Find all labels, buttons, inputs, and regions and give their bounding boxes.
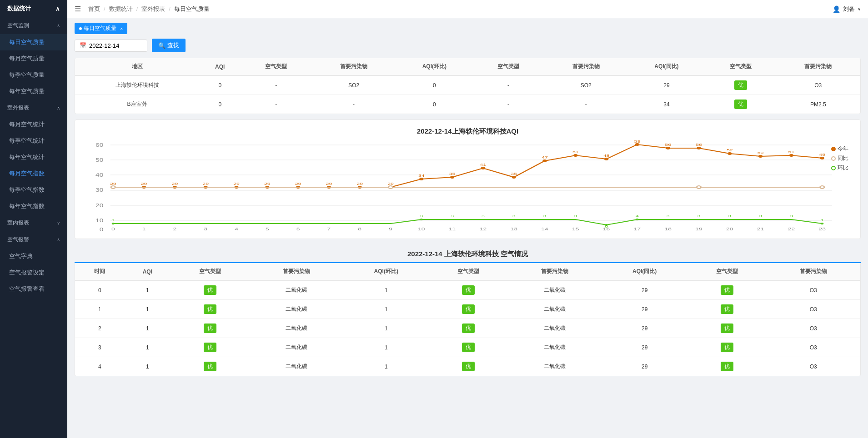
svg-text:29: 29 — [356, 182, 363, 185]
svg-text:51: 51 — [572, 150, 579, 154]
chevron-icon4: ∧ — [57, 237, 60, 242]
bottom-cell-2-4: 1 — [343, 319, 429, 338]
sidebar-group-label: 数据统计 — [7, 5, 31, 13]
svg-text:50: 50 — [95, 158, 103, 163]
badge-3-2: 优 — [204, 343, 216, 352]
breadcrumb-stats[interactable]: 数据统计 — [109, 5, 133, 13]
sidebar-group-data-stats[interactable]: 数据统计 ∧ — [0, 0, 67, 17]
cell-aqi-mom-2: 0 — [396, 95, 473, 114]
cell-pollutant2-2: - — [544, 95, 628, 114]
sidebar-item-yearly-stat[interactable]: 每年空气统计 — [0, 149, 67, 165]
svg-text:59: 59 — [634, 139, 641, 143]
badge-1-8: 优 — [721, 304, 733, 314]
svg-text:3: 3 — [204, 227, 207, 231]
table-row: 上海轶伦环境科技 0 - SO2 0 - SO2 29 优 O3 — [75, 75, 860, 95]
hamburger-icon[interactable]: ☰ — [75, 5, 81, 13]
sidebar-group-air-monitor[interactable]: 空气监测 ∧ — [0, 17, 67, 34]
sidebar-item-monthly-quality[interactable]: 每月空气质量 — [0, 50, 67, 67]
bottom-cell-3-2: 优 — [171, 338, 250, 357]
svg-point-51 — [542, 159, 547, 162]
chevron-icon2: ∧ — [57, 105, 60, 110]
user-dropdown-icon[interactable]: ∨ — [858, 6, 861, 11]
search-button[interactable]: 🔍 查拢 — [152, 39, 186, 52]
bottom-cell-0-3: 二氧化碳 — [250, 280, 343, 300]
date-input[interactable] — [89, 42, 139, 49]
bottom-cell-4-7: 29 — [602, 357, 687, 376]
legend-this-year: 今年 — [831, 145, 848, 153]
svg-text:23: 23 — [818, 227, 825, 231]
svg-text:4: 4 — [235, 227, 238, 231]
svg-text:29: 29 — [295, 182, 301, 185]
svg-text:49: 49 — [819, 153, 825, 156]
cell-pollutant3-1: O3 — [776, 75, 860, 95]
sidebar-item-alarm-setting[interactable]: 空气报警设定 — [0, 264, 67, 281]
svg-text:19: 19 — [695, 227, 702, 231]
bottom-cell-1-2: 优 — [171, 300, 250, 319]
sidebar-group-outdoor[interactable]: 室外报表 ∧ — [0, 100, 67, 116]
cell-badge-good-2: 优 — [705, 95, 776, 114]
chevron-icon: ∧ — [57, 23, 60, 28]
cell-pollutant2-1: SO2 — [544, 75, 628, 95]
svg-text:3: 3 — [790, 214, 793, 218]
bottom-cell-4-8: 优 — [687, 357, 767, 376]
svg-text:48: 48 — [603, 154, 610, 157]
cell-area-1: 上海轶伦环境科技 — [75, 75, 199, 95]
sidebar-item-monthly-index[interactable]: 每月空气指数 — [0, 165, 67, 182]
sidebar-item-yearly-index[interactable]: 每年空气指数 — [0, 198, 67, 214]
svg-point-49 — [481, 167, 485, 169]
breadcrumb-home[interactable]: 首页 — [88, 5, 100, 13]
bottom-cell-0-0: 0 — [75, 280, 125, 300]
col-primary-pollutant3: 首要污染物 — [776, 58, 860, 75]
bottom-cell-0-8: 优 — [687, 280, 767, 300]
sidebar-item-daily-quality[interactable]: 每日空气质量 — [0, 34, 67, 50]
tab-daily-quality[interactable]: 每日空气质量 × — [75, 23, 127, 34]
svg-point-92 — [636, 219, 638, 220]
badge-3-8: 优 — [721, 343, 733, 352]
sidebar-item-seasonal-stat[interactable]: 每季空气统计 — [0, 133, 67, 149]
cell-area-2: B座室外 — [75, 95, 199, 114]
svg-point-54 — [635, 143, 639, 146]
svg-text:11: 11 — [449, 227, 456, 231]
bottom-cell-3-6: 二氧化碳 — [508, 338, 602, 357]
legend-label-mom: 环比 — [838, 164, 848, 172]
bottom-cell-2-5: 优 — [429, 319, 508, 338]
svg-point-90 — [420, 219, 423, 220]
sidebar-item-seasonal-quality[interactable]: 每季空气质量 — [0, 67, 67, 83]
bottom-cell-3-9: O3 — [767, 338, 860, 357]
table-row: B座室外 0 - - 0 - - 34 优 PM2.5 — [75, 95, 860, 114]
header-right: 👤 刘备 ∨ — [833, 5, 861, 13]
bottom-cell-0-4: 1 — [343, 280, 429, 300]
svg-text:20: 20 — [726, 227, 733, 231]
breadcrumb-outdoor[interactable]: 室外报表 — [141, 5, 165, 13]
bottom-cell-2-3: 二氧化碳 — [250, 319, 343, 338]
sidebar-item-seasonal-index[interactable]: 每季空气指数 — [0, 182, 67, 198]
sidebar-alarm-label: 空气报警 — [7, 236, 29, 244]
cell-pollutant-2: - — [311, 95, 396, 114]
cell-aqi-2: 0 — [199, 95, 241, 114]
svg-text:3: 3 — [728, 214, 731, 218]
legend-dot-this-year — [831, 147, 836, 151]
badge-good-1: 优 — [734, 80, 747, 90]
svg-text:56: 56 — [696, 143, 702, 146]
svg-text:52: 52 — [727, 148, 733, 152]
table-row: 11优二氧化碳1优二氧化碳29优O3 — [75, 300, 860, 319]
legend-label-this-year: 今年 — [838, 145, 848, 153]
bottom-cell-2-9: O3 — [767, 319, 860, 338]
table-row: 41优二氧化碳1优二氧化碳29优O3 — [75, 357, 860, 376]
sidebar-group-alarm[interactable]: 空气报警 ∧ — [0, 231, 67, 248]
sidebar-item-alarm-view[interactable]: 空气报警查看 — [0, 281, 67, 297]
badge-0-8: 优 — [721, 285, 733, 295]
bottom-cell-2-8: 优 — [687, 319, 767, 338]
sidebar-item-monthly-stat[interactable]: 每月空气统计 — [0, 116, 67, 133]
sidebar-item-yearly-quality[interactable]: 每年空气质量 — [0, 83, 67, 100]
svg-text:29: 29 — [141, 182, 147, 185]
table-row: 01优二氧化碳1优二氧化碳29优O3 — [75, 280, 860, 300]
sidebar-group-indoor[interactable]: 室内报表 ∨ — [0, 214, 67, 231]
tab-close-icon[interactable]: × — [120, 26, 123, 31]
svg-text:29: 29 — [233, 182, 240, 185]
sidebar-item-air-dict[interactable]: 空气字典 — [0, 248, 67, 264]
legend-dot-mom — [831, 166, 836, 170]
svg-text:6: 6 — [296, 227, 300, 231]
header: ☰ 首页 / 数据统计 / 室外报表 / 每日空气质量 👤 刘备 ∨ — [67, 0, 868, 18]
svg-text:29: 29 — [264, 182, 271, 185]
